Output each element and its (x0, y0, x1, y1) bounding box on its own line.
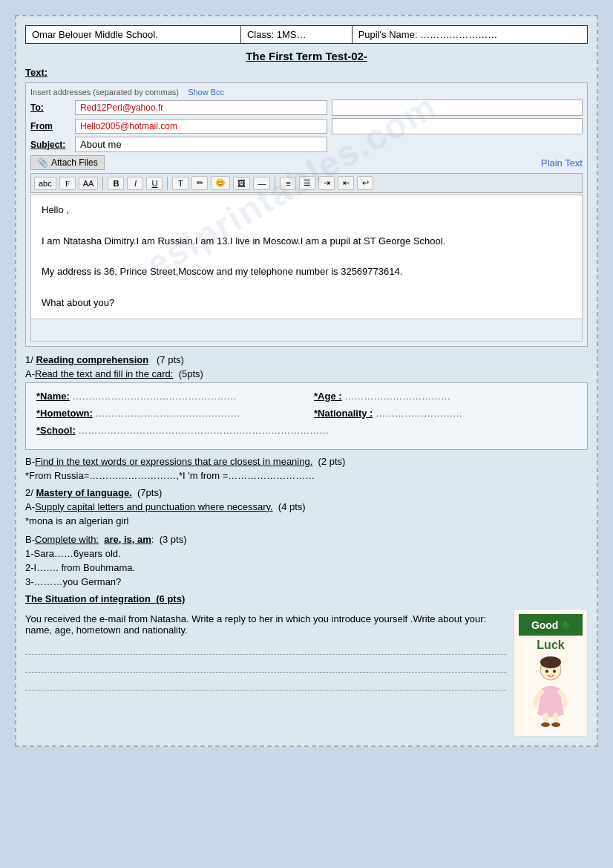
attach-plain-row: 📎 Attach Files Plain Text (30, 155, 583, 170)
toolbar-sep-2 (167, 177, 168, 190)
section1-partB: B-Find in the text words or expressions … (25, 456, 588, 481)
emoji-btn[interactable]: 😊 (211, 176, 230, 190)
answer-line-2 (25, 661, 506, 673)
school-cell: Omar Belouer Middle School. (26, 26, 241, 44)
subject-value[interactable]: About me (75, 137, 327, 152)
section2-partA: A-Supply capital letters and punctuation… (25, 501, 588, 512)
clover-icon: ♣ (561, 617, 570, 632)
font-size-btn[interactable]: AA (79, 177, 99, 190)
partA-supply-text: Supply capital letters and punctuation w… (35, 501, 273, 512)
indent-btn[interactable]: ⇥ (318, 176, 335, 190)
attach-files-button[interactable]: 📎 Attach Files (30, 155, 105, 170)
email-line2: I am Ntatasha Dimitry.I am Russian.I am … (42, 234, 571, 249)
reading-comp-label: Reading comprehension (36, 354, 148, 365)
email-line4: What about you? (42, 296, 571, 311)
section2-number: 2/ (25, 487, 33, 498)
page-wrapper: eslprintables.com Omar Belouer Middle Sc… (15, 15, 598, 747)
name-field: *Name: …………………………………………… (36, 391, 299, 402)
mastery-label: Mastery of language. (36, 487, 131, 498)
email-body-footer (30, 319, 583, 342)
school-field: *School: …………………………………………………………………… (36, 425, 577, 436)
section1-number: 1/ (25, 354, 33, 365)
email-line1: Hello , (42, 203, 571, 218)
font-btn[interactable]: F (59, 177, 76, 190)
email-line3: My address is 36, Prince Street,Moscow a… (42, 264, 571, 280)
age-field: *Age : …………………………… (314, 391, 577, 402)
email-body: Hello , I am Ntatasha Dimitry.I am Russi… (30, 195, 583, 319)
undo-btn[interactable]: ↩ (357, 176, 373, 190)
situation-label: The Situation of integration (6 pts) (25, 593, 588, 604)
text-color-btn[interactable]: T (172, 177, 189, 190)
bold-btn[interactable]: B (108, 177, 124, 190)
hr-btn[interactable]: — (253, 177, 270, 190)
toolbar-sep-3 (275, 177, 275, 190)
plain-text-link[interactable]: Plain Text (541, 157, 583, 169)
situation-text: You received the e-mail from Natasha. Wr… (25, 613, 506, 636)
page-title: The First Term Test-02- (25, 50, 588, 62)
hometown-field: *Hometown: ……………………………………… (36, 408, 299, 419)
partA-example: *mona is an algerian girl (25, 515, 588, 526)
from-label: From (30, 121, 75, 131)
situation-section: The Situation of integration (6 pts) (25, 593, 588, 604)
svg-point-5 (551, 722, 560, 727)
to-extra-field (332, 99, 583, 116)
partB-item-1: 1-Sara……6years old. (25, 548, 588, 559)
fill-card: *Name: …………………………………………… *Age : ……………………… (25, 382, 588, 450)
text-label: Text: (25, 67, 588, 78)
answer-line-3 (25, 679, 506, 691)
from-row: From Hello2005@hotmail.com (30, 118, 583, 134)
class-cell: Class: 1MS… (240, 26, 352, 44)
outdent-btn[interactable]: ⇤ (338, 176, 354, 190)
good-luck-section: You received the e-mail from Natasha. Wr… (25, 609, 588, 737)
good-luck-badge: Good ♣ (519, 614, 583, 636)
highlight-btn[interactable]: ✏ (191, 176, 208, 190)
svg-point-4 (541, 722, 550, 727)
partB-items: 1-Sara……6years old. 2-I……. from Bouhmama… (25, 548, 588, 587)
partB-item-2: 2-I……. from Bouhmama. (25, 562, 588, 573)
section1-partA-label: A-Read the text and fill in the card: (5… (25, 368, 588, 379)
to-label: To: (30, 102, 75, 113)
subject-row: Subject: About me (30, 137, 583, 152)
svg-point-7 (553, 670, 556, 673)
svg-point-1 (540, 656, 561, 668)
pupil-cell: Pupil's Name: …………………… (352, 26, 587, 44)
fill-row-3: *School: …………………………………………………………………… (36, 425, 577, 436)
fill-row-2: *Hometown: ……………………………………… *Nationality … (36, 408, 577, 419)
image-btn[interactable]: 🖼 (233, 177, 250, 190)
paperclip-icon: 📎 (37, 157, 48, 168)
nationality-field: *Nationality : ……………………… (314, 408, 577, 419)
toolbar-sep-1 (102, 177, 103, 190)
section2-partB: B-Complete with: are, is, am: (3 pts) (25, 534, 588, 545)
partB-line1: *From Russia=………………………,*I 'm from =……………… (25, 470, 588, 481)
italic-btn[interactable]: I (127, 177, 143, 190)
section1: 1/ Reading comprehension (7 pts) (25, 354, 588, 365)
integration-text: You received the e-mail from Natasha. Wr… (25, 609, 506, 696)
from-value[interactable]: Hello2005@hotmail.com (75, 119, 327, 134)
svg-point-6 (545, 670, 548, 673)
partB-text: Find in the text words or expressions th… (35, 456, 312, 467)
spellcheck-btn[interactable]: abc (34, 177, 56, 190)
section1-pts: (7 pts) (157, 354, 184, 365)
from-extra-field (332, 118, 583, 134)
underline-btn[interactable]: U (146, 177, 163, 190)
partB-item-3: 3-………you German? (25, 576, 588, 587)
partA-text: Read the text and fill in the card: (35, 368, 173, 379)
answer-line-1 (25, 643, 506, 655)
section2: 2/ Mastery of language. (7pts) (25, 487, 588, 498)
to-row: To: Red12Perl@yahoo.fr (30, 99, 583, 116)
header-table: Omar Belouer Middle School. Class: 1MS… … (25, 25, 588, 44)
email-toolbar: abc F AA B I U T ✏ 😊 🖼 — ≡ ☰ ⇥ ⇤ ↩ (30, 173, 583, 193)
subject-label: Subject: (30, 140, 75, 150)
show-bcc-link[interactable]: Show Bcc (188, 88, 224, 97)
align-btn[interactable]: ≡ (280, 177, 296, 190)
girl-illustration (521, 655, 580, 729)
to-value[interactable]: Red12Perl@yahoo.fr (75, 100, 327, 115)
luck-label: Luck (519, 639, 583, 652)
email-compose: Insert addresses (separated by commas) S… (25, 82, 588, 347)
fill-row-1: *Name: …………………………………………… *Age : ……………………… (36, 391, 577, 402)
list-btn[interactable]: ☰ (299, 176, 315, 190)
good-luck-image: Good ♣ Luck (514, 609, 588, 737)
email-hint: Insert addresses (separated by commas) S… (30, 88, 583, 97)
